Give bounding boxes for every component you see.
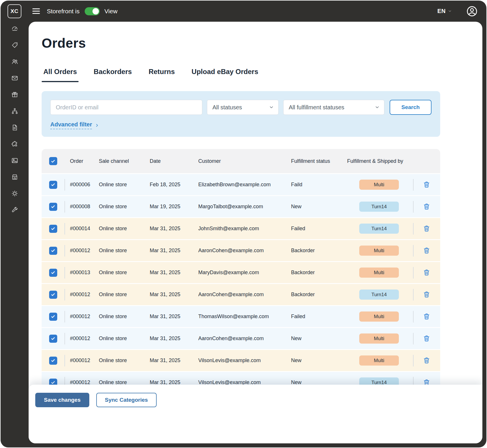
modules-icon [11, 141, 18, 148]
gift-icon [11, 91, 18, 98]
sidebar-item-customers[interactable] [8, 55, 21, 68]
order-id: #000012 [64, 248, 97, 254]
delete-order-button[interactable] [423, 203, 431, 211]
fulfillment-status: Failed [289, 314, 345, 320]
customer-email: AaronCohen@example.com [196, 292, 289, 298]
row-checkbox[interactable] [49, 269, 57, 277]
check-icon [51, 314, 55, 319]
sale-channel: Online store [97, 335, 146, 342]
tags-icon [11, 42, 18, 49]
trash-icon [423, 291, 430, 298]
order-date: Mar 31, 2025 [146, 292, 196, 298]
table-row: #000008 Online store Mar 19, 2025 MargoT… [42, 196, 440, 218]
delete-order-button[interactable] [423, 357, 431, 365]
tab-upload-ebay-orders[interactable]: Upload eBay Orders [190, 67, 260, 82]
shipper-badge: Turn14 [359, 290, 399, 300]
column-header-order: Order [64, 158, 97, 164]
sidebar-item-settings[interactable] [8, 187, 21, 200]
search-button[interactable]: Search [390, 100, 432, 115]
table-row: #000012 Online store Mar 31, 2025 AaronC… [42, 240, 440, 262]
store-icon [11, 174, 18, 180]
main-panel: Orders All Orders Backorders Returns Upl… [29, 22, 482, 443]
select-all-checkbox[interactable] [49, 157, 57, 165]
tab-returns[interactable]: Returns [147, 67, 177, 82]
language-label: EN [437, 8, 446, 14]
check-icon [51, 248, 55, 253]
advanced-filter-link[interactable]: Advanced filter [50, 121, 99, 129]
check-icon [51, 292, 55, 297]
delete-order-button[interactable] [423, 335, 431, 343]
sale-channel: Online store [97, 292, 146, 298]
status-select[interactable]: All statuses [207, 100, 279, 115]
app-window: XC Storefront is View EN [1, 1, 486, 447]
row-checkbox[interactable] [49, 291, 57, 299]
footer-actions: Save changes Sync Categories [29, 385, 482, 443]
tools-icon [11, 207, 18, 213]
fulfillment-status-select[interactable]: All fulfillment statuses [283, 100, 384, 115]
app-logo[interactable]: XC [8, 4, 21, 18]
delete-order-button[interactable] [423, 247, 431, 255]
check-icon [51, 336, 55, 341]
order-id: #000008 [64, 204, 97, 210]
language-selector[interactable]: EN [436, 8, 453, 15]
user-profile-icon [466, 5, 478, 17]
sync-categories-button[interactable]: Sync Categories [96, 393, 157, 407]
column-header-channel: Sale channel [97, 158, 146, 164]
table-row: #000012 Online store Mar 31, 2025 Vilson… [42, 350, 440, 372]
sidebar-item-pages[interactable] [8, 121, 21, 134]
check-icon [51, 204, 55, 209]
save-changes-button[interactable]: Save changes [35, 393, 89, 407]
sidebar-item-catalog[interactable] [8, 39, 21, 51]
delete-order-button[interactable] [423, 181, 431, 189]
tab-all-orders[interactable]: All Orders [42, 67, 79, 82]
order-id: #000012 [64, 292, 97, 298]
delete-order-button[interactable] [423, 313, 431, 321]
fulfillment-status: Backorder [289, 270, 345, 276]
shipper-badge: Multi [359, 311, 399, 322]
sidebar-item-integrations[interactable] [8, 105, 21, 117]
customers-icon [11, 58, 18, 65]
trash-icon [423, 269, 430, 276]
row-checkbox[interactable] [49, 335, 57, 343]
row-checkbox[interactable] [49, 313, 57, 321]
chevron-right-icon [95, 123, 99, 128]
sidebar [1, 22, 29, 447]
storefront-toggle[interactable] [85, 7, 100, 15]
order-date: Mar 31, 2025 [146, 270, 196, 276]
sidebar-item-modules[interactable] [8, 138, 21, 150]
mail-icon [11, 75, 18, 82]
sale-channel: Online store [97, 204, 146, 210]
check-icon [51, 380, 55, 385]
sidebar-item-dashboard[interactable] [8, 22, 21, 35]
pages-icon [11, 124, 18, 131]
tab-backorders[interactable]: Backorders [92, 67, 134, 82]
menu-hamburger-icon[interactable] [32, 8, 40, 14]
sidebar-item-media[interactable] [8, 154, 21, 167]
sidebar-item-mail[interactable] [8, 72, 21, 84]
row-checkbox[interactable] [49, 357, 57, 365]
row-checkbox[interactable] [49, 247, 57, 255]
row-checkbox[interactable] [49, 181, 57, 189]
order-search-input[interactable] [50, 100, 202, 115]
sidebar-item-promotions[interactable] [8, 88, 21, 101]
shipper-badge: Turn14 [359, 224, 399, 234]
user-profile-button[interactable] [466, 5, 478, 17]
sidebar-item-storefront[interactable] [8, 171, 21, 183]
trash-icon [423, 313, 430, 320]
orders-table-body: #000006 Online store Feb 18, 2025 Elizab… [42, 174, 440, 394]
sale-channel: Online store [97, 270, 146, 276]
trash-icon [423, 247, 430, 254]
sidebar-item-tools[interactable] [8, 204, 21, 216]
delete-order-button[interactable] [423, 269, 431, 277]
row-checkbox[interactable] [49, 225, 57, 233]
customer-email: VilsonLevis@example.com [196, 357, 289, 364]
sale-channel: Online store [97, 314, 146, 320]
row-checkbox[interactable] [49, 203, 57, 211]
check-icon [51, 182, 55, 187]
delete-order-button[interactable] [423, 225, 431, 233]
customer-email: MaryDavis@example.com [196, 270, 289, 276]
fulfillment-status: Backorder [289, 292, 345, 298]
view-storefront-link[interactable]: View [104, 8, 117, 15]
delete-order-button[interactable] [423, 291, 431, 299]
status-select-value: All statuses [212, 104, 242, 111]
